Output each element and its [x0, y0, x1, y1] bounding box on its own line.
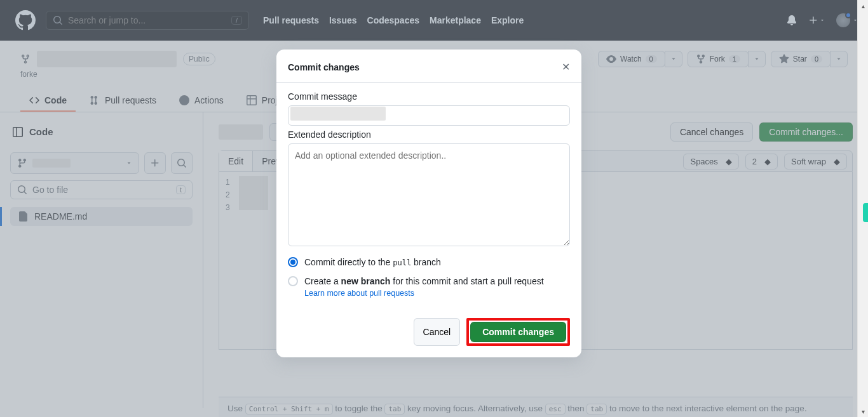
description-textarea[interactable] [288, 143, 570, 246]
side-indicator [863, 203, 868, 222]
scroll-up-icon[interactable]: ▴ [858, 0, 868, 11]
commit-modal: Commit changes ✕ Commit message Extended… [276, 50, 581, 357]
learn-more-link[interactable]: Learn more about pull requests [304, 289, 414, 298]
commit-message-redacted [290, 107, 386, 121]
modal-title: Commit changes [288, 62, 360, 72]
radio-checked-icon [288, 257, 298, 267]
description-label: Extended description [288, 129, 570, 140]
close-icon[interactable]: ✕ [562, 61, 570, 73]
radio-unchecked-icon [288, 276, 298, 286]
modal-cancel-button[interactable]: Cancel [414, 318, 461, 346]
commit-button-highlight: Commit changes [466, 318, 570, 346]
modal-commit-button[interactable]: Commit changes [470, 322, 566, 342]
new-branch-option[interactable]: Create a new branch for this commit and … [288, 276, 570, 286]
scroll-down-icon[interactable]: ▾ [858, 406, 868, 417]
commit-message-label: Commit message [288, 91, 570, 102]
commit-direct-option[interactable]: Commit directly to the pull branch [288, 257, 570, 267]
